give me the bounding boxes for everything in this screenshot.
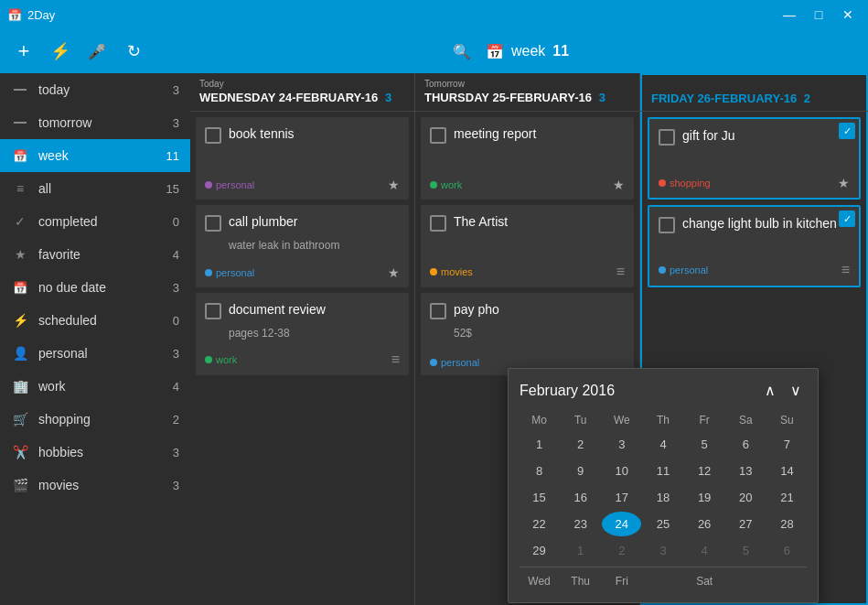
task-star-book-tennis[interactable]: ★ (388, 178, 400, 192)
calendar-prev-button[interactable]: ∧ (759, 380, 781, 401)
maximize-button[interactable]: □ (806, 2, 831, 27)
app-title: 2Day (27, 8, 55, 22)
task-checkbox-document-review[interactable] (205, 303, 221, 319)
calendar-next-button[interactable]: ∨ (785, 380, 807, 401)
cal-day-19[interactable]: 19 (685, 485, 724, 510)
task-the-artist[interactable]: The Artist movies ≡ (421, 205, 634, 287)
all-icon: ≡ (11, 179, 29, 198)
cal-day-10[interactable]: 10 (602, 459, 641, 483)
sidebar-item-all[interactable]: ≡ all 15 (0, 172, 190, 205)
cal-day-9[interactable]: 9 (561, 459, 600, 483)
cal-day-next-4[interactable]: 4 (685, 538, 724, 563)
cal-day-2[interactable]: 2 (561, 432, 600, 457)
task-document-review[interactable]: document review pages 12-38 work ≡ (196, 293, 409, 375)
cal-day-8[interactable]: 8 (520, 459, 559, 483)
sync-button[interactable]: ↻ (117, 35, 150, 68)
sidebar-item-noduedate[interactable]: 📅 no due date 3 (0, 271, 190, 304)
task-checkbox-call-plumber[interactable] (205, 215, 221, 232)
day-headers: Today WEDNESDAY 24-FEBRUARY-16 3 Tomorro… (190, 73, 868, 112)
footer-sat: Sat (685, 571, 724, 591)
cal-day-23[interactable]: 23 (561, 512, 600, 536)
cal-day-12[interactable]: 12 (685, 459, 724, 483)
task-gift-for-ju[interactable]: ✓ gift for Ju shopping ★ (648, 117, 861, 200)
sidebar-item-today[interactable]: today 3 (0, 73, 190, 106)
task-checkbox-the-artist[interactable] (430, 215, 446, 232)
task-checkbox-meeting-report[interactable] (430, 127, 446, 144)
cal-day-next-1[interactable]: 1 (561, 538, 600, 563)
task-star-gift[interactable]: ★ (838, 176, 850, 190)
week-selector: 📅 week 11 (486, 43, 569, 60)
task-meeting-report[interactable]: meeting report work ★ (421, 117, 634, 200)
cal-day-28[interactable]: 28 (767, 512, 807, 536)
sidebar-item-scheduled[interactable]: ⚡ scheduled 0 (0, 304, 190, 337)
sidebar-item-movies[interactable]: 🎬 movies 3 (0, 469, 190, 502)
task-pay-phone[interactable]: pay pho 52$ personal (421, 293, 634, 375)
cal-day-5[interactable]: 5 (685, 432, 724, 457)
cal-day-1[interactable]: 1 (520, 432, 559, 457)
cal-day-21[interactable]: 21 (767, 485, 807, 510)
sidebar-item-personal[interactable]: 👤 personal 3 (0, 337, 190, 370)
cal-day-13[interactable]: 13 (726, 459, 766, 483)
task-checkbox-book-tennis[interactable] (205, 127, 221, 144)
sidebar-item-completed[interactable]: ✓ completed 0 (0, 205, 190, 238)
week-label: week (511, 43, 545, 59)
minimize-button[interactable]: — (777, 2, 802, 27)
cal-header-su: Su (767, 410, 807, 430)
search-button[interactable]: 🔍 (445, 35, 478, 68)
task-checkbox-lightbulb[interactable] (659, 217, 675, 233)
footer-fri: Fri (602, 571, 641, 591)
title-bar-controls: — □ ✕ (777, 2, 861, 27)
cal-day-4[interactable]: 4 (643, 432, 682, 457)
footer-empty2 (726, 571, 766, 591)
cal-day-next-3[interactable]: 3 (643, 538, 682, 563)
cal-day-25[interactable]: 25 (643, 512, 682, 536)
cal-day-next-6[interactable]: 6 (767, 538, 807, 563)
cal-day-3[interactable]: 3 (602, 432, 641, 457)
cal-header-mo: Mo (520, 410, 559, 430)
cal-day-7[interactable]: 7 (767, 432, 807, 457)
cal-day-17[interactable]: 17 (602, 485, 641, 510)
sidebar-item-hobbies[interactable]: ✂️ hobbies 3 (0, 436, 190, 469)
task-menu-lightbulb[interactable]: ≡ (841, 262, 850, 278)
footer-wed: Wed (520, 571, 559, 591)
task-call-plumber[interactable]: call plumber water leak in bathroom pers… (196, 205, 409, 287)
cal-day-next-2[interactable]: 2 (602, 538, 641, 563)
cal-day-16[interactable]: 16 (561, 485, 600, 510)
cal-day-26[interactable]: 26 (685, 512, 724, 536)
cal-day-29[interactable]: 29 (520, 538, 559, 563)
task-star-call-plumber[interactable]: ★ (388, 265, 400, 280)
task-book-tennis[interactable]: book tennis personal ★ (196, 117, 409, 200)
cal-day-24-today[interactable]: 24 (602, 512, 641, 536)
task-change-lightbulb[interactable]: ✓ change light bulb in kitchen personal … (648, 205, 861, 287)
calendar-footer: Wed Thu Fri Sat (520, 567, 807, 591)
app-icon: 📅 (7, 8, 22, 22)
cal-day-20[interactable]: 20 (726, 485, 766, 510)
cal-day-11[interactable]: 11 (643, 459, 682, 483)
mic-button[interactable]: 🎤 (80, 35, 113, 68)
sidebar-item-favorite[interactable]: ★ favorite 4 (0, 238, 190, 271)
add-button[interactable]: + (7, 35, 40, 68)
task-star-meeting-report[interactable]: ★ (613, 178, 625, 192)
cal-day-22[interactable]: 22 (520, 512, 559, 536)
cal-day-15[interactable]: 15 (520, 485, 559, 510)
cal-day-18[interactable]: 18 (643, 485, 682, 510)
favorite-icon: ★ (11, 245, 29, 264)
sidebar-item-shopping[interactable]: 🛒 shopping 2 (0, 403, 190, 436)
sidebar-item-week[interactable]: 📅 week 11 (0, 139, 190, 172)
sidebar-item-tomorrow[interactable]: tomorrow 3 (0, 106, 190, 139)
task-menu-document-review[interactable]: ≡ (391, 351, 400, 368)
day-header-wednesday: Today WEDNESDAY 24-FEBRUARY-16 3 (190, 73, 415, 111)
flash-button[interactable]: ⚡ (44, 35, 77, 68)
sidebar: today 3 tomorrow 3 📅 week 11 ≡ all 15 ✓ … (0, 73, 190, 605)
cal-day-6[interactable]: 6 (726, 432, 766, 457)
cal-day-next-5[interactable]: 5 (726, 538, 766, 563)
close-button[interactable]: ✕ (835, 2, 861, 27)
cal-day-27[interactable]: 27 (726, 512, 766, 536)
week-icon: 📅 (11, 146, 29, 165)
cal-day-14[interactable]: 14 (767, 459, 807, 483)
sidebar-item-work[interactable]: 🏢 work 4 (0, 370, 190, 403)
task-checkbox-gift[interactable] (659, 129, 675, 146)
task-checkbox-pay-phone[interactable] (430, 303, 446, 319)
task-menu-the-artist[interactable]: ≡ (616, 264, 625, 280)
calendar-title: February 2016 (520, 383, 615, 399)
